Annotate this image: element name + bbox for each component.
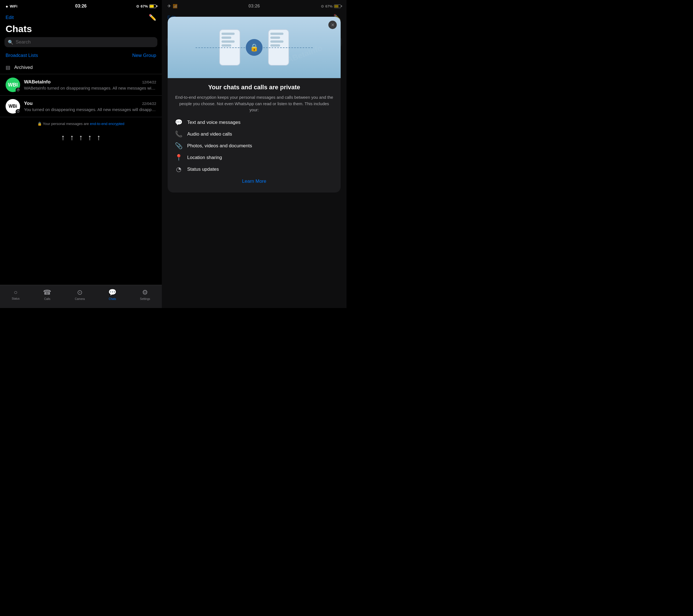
avatar-text-wabetainfo: WBI <box>8 82 18 88</box>
avatar-wabetainfo: WBI ⏱ <box>5 78 20 92</box>
tab-chats-label: Chats <box>109 297 116 300</box>
text-voice-icon: 💬 <box>174 119 183 126</box>
left-search-bar[interactable]: 🔍 Search <box>4 37 157 47</box>
chat-preview-2: You turned on disappearing messages. All… <box>24 107 156 112</box>
arrow-2: ↑ <box>70 133 74 142</box>
left-page-title: Chats <box>0 22 162 37</box>
avatar-text-you: WBi <box>8 104 17 109</box>
wifi-icon: ● <box>5 4 8 9</box>
phone-line-3 <box>221 40 235 43</box>
right-panel: ✈ 📶 03:26 ⊙ 67% Edit ✏️ Chats 🔍 Search B… <box>162 0 346 308</box>
text-voice-label: Text and voice messages <box>187 120 240 125</box>
status-icon: ○ <box>14 289 18 296</box>
left-search-placeholder: Search <box>16 39 31 45</box>
chat-name-2: You <box>24 101 33 106</box>
left-status-right: ⊙ 67% <box>136 4 156 8</box>
archived-label: Archived <box>14 65 33 70</box>
phone-line-8 <box>270 44 280 46</box>
chat-item-you[interactable]: WBi ⏱ You 22/04/22 You turned on disappe… <box>0 96 162 117</box>
battery-fill-left <box>150 5 154 7</box>
left-search-icon: 🔍 <box>8 40 13 45</box>
encryption-text: Your personal messages are <box>43 122 89 126</box>
chat-top-2: You 22/04/22 <box>24 101 156 106</box>
left-tab-bar: ○ Status ☎ Calls ⊙ Camera 💬 Chats ⚙ Sett… <box>0 285 162 308</box>
modal-features-list: 💬 Text and voice messages 📞 Audio and vi… <box>168 119 341 173</box>
compose-icon-symbol: ✏️ <box>149 14 156 21</box>
phone-line-2 <box>221 37 231 39</box>
left-chat-list: ▤ Archived WBI ⏱ WABetaInfo 12/04/22 WAB… <box>0 61 162 285</box>
tab-calls[interactable]: ☎ Calls <box>43 289 51 300</box>
calls-icon: ☎ <box>43 289 51 296</box>
audio-video-label: Audio and video calls <box>187 132 232 137</box>
location-label: Location sharing <box>187 155 222 160</box>
chat-name-1: WABetaInfo <box>24 79 51 85</box>
feature-status: ◔ Status updates <box>174 166 334 173</box>
modal-title: Your chats and calls are private <box>168 78 341 94</box>
left-broadcast-button[interactable]: Broadcast Lists <box>5 53 38 58</box>
left-new-group-button[interactable]: New Group <box>132 53 156 58</box>
tab-chats[interactable]: 💬 Chats <box>108 289 117 300</box>
learn-more-button[interactable]: Learn More <box>168 173 341 184</box>
left-header: Edit ✏️ <box>0 12 162 22</box>
arrow-3: ↑ <box>79 133 83 142</box>
feature-audio-video: 📞 Audio and video calls <box>174 131 334 138</box>
arrow-1: ↑ <box>61 133 65 142</box>
lock-icon: 🔒 <box>250 43 259 52</box>
phone-line-7 <box>270 40 283 43</box>
phone-line-6 <box>270 37 280 39</box>
left-time: 03:26 <box>75 4 87 9</box>
audio-video-icon: 📞 <box>174 131 183 138</box>
chat-item-wabetainfo[interactable]: WBI ⏱ WABetaInfo 12/04/22 WABetaInfo tur… <box>0 74 162 96</box>
photos-docs-icon: 📎 <box>174 142 183 150</box>
chat-time-2: 22/04/22 <box>142 102 156 106</box>
tab-status[interactable]: ○ Status <box>12 289 20 300</box>
tab-calls-label: Calls <box>44 297 50 300</box>
timer-badge-2: ⏱ <box>16 109 21 114</box>
chat-time-1: 12/04/22 <box>142 80 156 84</box>
modal-description: End-to-end encryption keeps your persona… <box>168 94 341 119</box>
modal-overlay: ✕ 🔒 <box>162 0 346 308</box>
tab-camera[interactable]: ⊙ Camera <box>75 289 85 300</box>
signal-icon: WiFi <box>10 4 17 8</box>
timer-badge-1: ⏱ <box>16 87 21 93</box>
arrow-4: ↑ <box>88 133 92 142</box>
left-status-bar: ● WiFi 03:26 ⊙ 67% <box>0 0 162 12</box>
chat-top-1: WABetaInfo 12/04/22 <box>24 79 156 85</box>
archive-icon: ▤ <box>5 64 10 71</box>
location-feature-icon: 📍 <box>174 154 183 161</box>
left-edit-button[interactable]: Edit <box>5 15 14 20</box>
close-icon: ✕ <box>331 22 335 27</box>
phone-line-4 <box>221 44 231 46</box>
tab-status-label: Status <box>12 297 20 300</box>
tab-settings[interactable]: ⚙ Settings <box>140 289 150 300</box>
lock-icon-notice: 🔒 <box>37 122 43 126</box>
encryption-link[interactable]: end-to-end encrypted <box>90 122 124 126</box>
photos-docs-label: Photos, videos and documents <box>187 143 252 149</box>
privacy-modal: ✕ 🔒 <box>168 17 341 193</box>
arrows-row: ↑ ↑ ↑ ↑ ↑ <box>0 130 162 147</box>
camera-icon: ⊙ <box>77 289 83 296</box>
chat-content-2: You 22/04/22 You turned on disappearing … <box>24 101 156 112</box>
chat-preview-1: WABetaInfo turned on disappearing messag… <box>24 86 156 91</box>
modal-close-button[interactable]: ✕ <box>329 21 337 29</box>
battery-icon-left <box>149 4 156 8</box>
chat-content-1: WABetaInfo 12/04/22 WABetaInfo turned on… <box>24 79 156 91</box>
left-compose-button[interactable]: ✏️ <box>149 14 156 21</box>
feature-photos-docs: 📎 Photos, videos and documents <box>174 142 334 150</box>
phone-line-1 <box>221 33 235 35</box>
phone-line-5 <box>270 33 283 35</box>
status-updates-label: Status updates <box>187 166 219 172</box>
tab-camera-label: Camera <box>75 297 85 300</box>
status-feature-icon: ◔ <box>174 166 183 173</box>
battery-pct-left: 67% <box>141 4 148 8</box>
settings-icon: ⚙ <box>142 289 148 296</box>
modal-illustration: 🔒 WABetaInfo <box>168 17 341 78</box>
location-icon: ⊙ <box>136 4 139 8</box>
archived-row[interactable]: ▤ Archived <box>0 61 162 74</box>
feature-location: 📍 Location sharing <box>174 154 334 161</box>
left-action-row: Broadcast Lists New Group <box>0 51 162 61</box>
arrow-5: ↑ <box>97 133 101 142</box>
lock-circle: 🔒 <box>246 39 262 56</box>
chats-icon: 💬 <box>108 289 117 296</box>
feature-text-voice: 💬 Text and voice messages <box>174 119 334 126</box>
